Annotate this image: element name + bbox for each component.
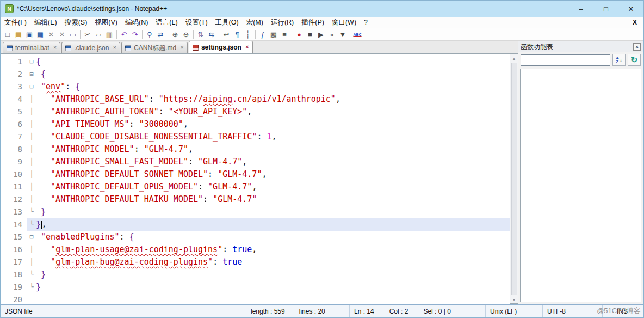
copy-icon[interactable]: ▱ (93, 29, 104, 40)
macro-run-multiple-icon[interactable]: » (326, 29, 337, 40)
fold-marker[interactable]: ⊟ (27, 68, 36, 81)
close-all-documents-icon[interactable]: ✕ (57, 29, 67, 40)
save-all-icon[interactable]: ▦ (35, 29, 46, 40)
statusbar-eol[interactable]: Unix (LF) (486, 305, 543, 317)
new-file-icon[interactable]: □ (2, 29, 13, 40)
menu-item[interactable]: 工具(O) (212, 17, 243, 28)
maximize-button[interactable]: □ (593, 1, 618, 17)
tab-CANN标题.md[interactable]: CANN标题.md✕ (121, 42, 188, 53)
editor-line[interactable]: 16│ "glm-plan-usage@zai-coding-plugins":… (1, 243, 510, 256)
menubar-close-button[interactable]: X (626, 19, 643, 26)
menu-item[interactable]: 语言(L) (152, 17, 181, 28)
menu-item[interactable]: 编码(N) (121, 17, 152, 28)
fold-marker[interactable]: ⊟ (27, 56, 36, 68)
macro-record-icon[interactable]: ● (294, 29, 305, 40)
menu-item[interactable]: 视图(V) (91, 17, 121, 28)
spell-check-icon[interactable]: ABC (352, 29, 363, 40)
menu-item[interactable]: 编辑(E) (30, 17, 61, 28)
editor-line[interactable]: 13└ } (1, 206, 510, 218)
fold-marker[interactable]: ⊟ (27, 231, 36, 243)
word-wrap-icon[interactable]: ↩ (221, 29, 232, 40)
open-folder-icon[interactable]: ▤ (13, 29, 24, 40)
editor-line[interactable]: 9│ "ANTHROPIC_SMALL_FAST_MODEL": "GLM-4.… (1, 156, 510, 168)
editor-line[interactable]: 19└} (1, 281, 510, 293)
undo-icon[interactable]: ↶ (119, 29, 129, 40)
cut-icon[interactable]: ✂ (82, 29, 93, 40)
editor-line[interactable]: 10│ "ANTHROPIC_DEFAULT_SONNET_MODEL": "G… (1, 168, 510, 181)
minimize-button[interactable]: – (568, 1, 593, 17)
editor-line[interactable]: 12│ "ANTHROPIC_DEFAULT_HAIKU_MODEL": "GL… (1, 193, 510, 206)
tab-close-icon[interactable]: ✕ (53, 46, 57, 50)
editor-line[interactable]: 1⊟{ (1, 56, 510, 68)
menu-item[interactable]: 文件(F) (1, 17, 30, 28)
indent-guide-icon[interactable]: ┆ (243, 29, 253, 40)
function-search-input[interactable] (521, 54, 610, 66)
editor-line[interactable]: 14└}, (1, 218, 510, 231)
find-icon[interactable]: ⚲ (144, 29, 155, 40)
editor-line[interactable]: 6│ "API_TIMEOUT_MS": "3000000", (1, 118, 510, 131)
tab-close-icon[interactable]: ✕ (245, 45, 249, 50)
redo-icon[interactable]: ↷ (129, 29, 140, 40)
tab-settings.json[interactable]: settings.json✕ (189, 41, 253, 53)
macro-save-icon[interactable]: ▼ (337, 29, 348, 40)
editor-line[interactable]: 7│ "CLAUDE_CODE_DISABLE_NONESSENTIAL_TRA… (1, 131, 510, 143)
function-list-body[interactable] (520, 69, 641, 302)
code-text: "glm-plan-usage@zai-coding-plugins": tru… (36, 243, 510, 256)
menu-item[interactable]: 宏(M) (243, 17, 267, 28)
editor-line[interactable]: 2⊟ { (1, 68, 510, 81)
menu-item[interactable]: ? (360, 17, 371, 28)
editor-line[interactable]: 11│ "ANTHROPIC_DEFAULT_OPUS_MODEL": "GLM… (1, 181, 510, 193)
panel-close-icon[interactable]: ✕ (633, 43, 641, 51)
menu-item[interactable]: 运行(R) (267, 17, 298, 28)
paste-icon[interactable]: ▥ (104, 29, 115, 40)
vertical-scrollbar[interactable]: ▲ ▼ (510, 54, 518, 304)
editor-line[interactable]: 18└ } (1, 268, 510, 281)
editor-line[interactable]: 17│ "glm-plan-bug@zai-coding-plugins": t… (1, 256, 510, 268)
scroll-down-icon[interactable]: ▼ (510, 296, 518, 303)
document-map-icon[interactable]: ▩ (268, 29, 279, 40)
file-saved-icon (7, 45, 13, 51)
code-text: }, (36, 218, 510, 231)
statusbar-encoding[interactable]: UTF-8 (543, 305, 603, 317)
zoom-out-icon[interactable]: ⊖ (181, 29, 191, 40)
document-list-icon[interactable]: ≡ (279, 29, 290, 40)
function-list-icon[interactable]: ƒ (257, 29, 268, 40)
replace-icon[interactable]: ⇄ (155, 29, 166, 40)
encoding-label: UTF-8 (547, 308, 566, 315)
menu-item[interactable]: 搜索(S) (61, 17, 91, 28)
print-icon[interactable]: ▭ (67, 29, 78, 40)
editor-line[interactable]: 5│ "ANTHROPIC_AUTH_TOKEN": "<YOUR_API_KE… (1, 106, 510, 118)
tab-close-icon[interactable]: ✕ (113, 46, 116, 50)
refresh-button[interactable]: ↻ (628, 54, 641, 66)
editor[interactable]: 1⊟{2⊟ {3⊟ "env": {4│ "ANTHROPIC_BASE_URL… (1, 53, 518, 304)
scrollbar-thumb[interactable] (511, 63, 517, 295)
statusbar-insert-mode[interactable]: INS (603, 305, 643, 317)
show-all-characters-icon[interactable]: ¶ (232, 29, 243, 40)
sync-vertical-scrolling-icon[interactable]: ⇅ (195, 29, 206, 40)
fold-marker[interactable]: ⊟ (27, 81, 36, 93)
editor-line[interactable]: 8│ "ANTHROPIC_MODEL": "GLM-4.7", (1, 143, 510, 156)
zoom-in-icon[interactable]: ⊕ (170, 29, 181, 40)
scroll-up-icon[interactable]: ▲ (510, 54, 518, 62)
menu-item[interactable]: 设置(T) (182, 17, 212, 28)
close-button[interactable]: ✕ (618, 1, 643, 17)
line-number: 4 (1, 93, 27, 106)
tab-.claude.json[interactable]: .claude.json✕ (61, 42, 120, 53)
close-document-icon[interactable]: ✕ (46, 29, 57, 40)
editor-line[interactable]: 15⊟ "enabledPlugins": { (1, 231, 510, 243)
tab-close-icon[interactable]: ✕ (180, 46, 184, 50)
sync-horizontal-scrolling-icon[interactable]: ⇆ (206, 29, 217, 40)
panel-title: 函数功能表 (521, 42, 633, 52)
menu-item[interactable]: 窗口(W) (328, 17, 360, 28)
editor-line[interactable]: 4│ "ANTHROPIC_BASE_URL": "https://aiping… (1, 93, 510, 106)
main-area: terminal.bat✕.claude.json✕CANN标题.md✕sett… (1, 41, 643, 304)
macro-play-icon[interactable]: ▶ (315, 29, 326, 40)
save-icon[interactable]: ▣ (24, 29, 35, 40)
menu-item[interactable]: 插件(P) (298, 17, 328, 28)
editor-line[interactable]: 3⊟ "env": { (1, 81, 510, 93)
editor-line[interactable]: 20 (1, 293, 510, 304)
sort-az-button[interactable]: A Z ↓ (612, 54, 626, 66)
tab-terminal.bat[interactable]: terminal.bat✕ (3, 42, 60, 53)
macro-stop-icon[interactable]: ■ (305, 29, 315, 40)
eol-label: Unix (LF) (490, 308, 517, 315)
